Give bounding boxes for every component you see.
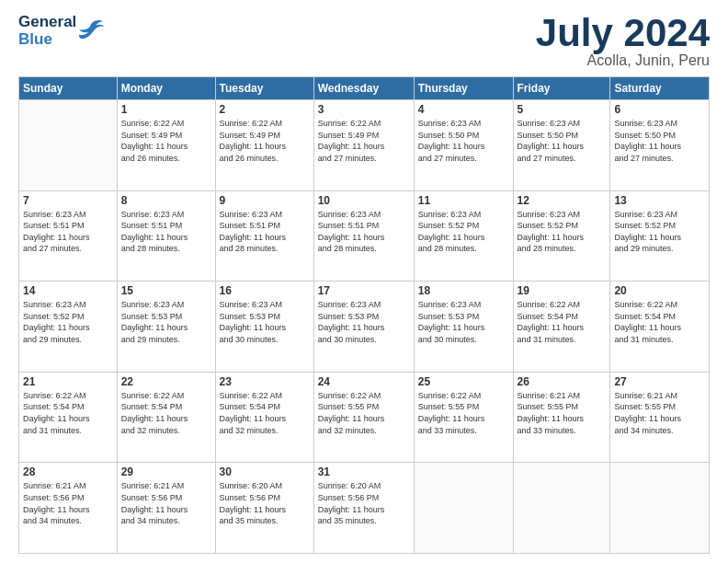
day-number: 5: [518, 103, 607, 116]
calendar-table: Sunday Monday Tuesday Wednesday Thursday…: [18, 76, 710, 554]
logo-general: General: [18, 14, 76, 31]
calendar-week-row: 1Sunrise: 6:22 AM Sunset: 5:49 PM Daylig…: [19, 100, 710, 191]
day-info: Sunrise: 6:23 AM Sunset: 5:51 PM Dayligh…: [318, 209, 410, 255]
day-number: 16: [220, 284, 310, 297]
table-row: 2Sunrise: 6:22 AM Sunset: 5:49 PM Daylig…: [215, 100, 313, 191]
table-row: 8Sunrise: 6:23 AM Sunset: 5:51 PM Daylig…: [117, 190, 215, 282]
table-row: [513, 463, 610, 554]
title-location: Acolla, Junin, Peru: [536, 52, 710, 69]
day-info: Sunrise: 6:22 AM Sunset: 5:54 PM Dayligh…: [220, 390, 310, 436]
table-row: 4Sunrise: 6:23 AM Sunset: 5:50 PM Daylig…: [414, 100, 513, 191]
day-number: 28: [23, 465, 113, 478]
table-row: 13Sunrise: 6:23 AM Sunset: 5:52 PM Dayli…: [610, 190, 710, 282]
day-number: 12: [518, 194, 607, 207]
day-number: 17: [318, 284, 410, 297]
day-number: 15: [121, 284, 211, 297]
day-number: 31: [318, 465, 410, 478]
table-row: 6Sunrise: 6:23 AM Sunset: 5:50 PM Daylig…: [610, 100, 710, 191]
day-number: 6: [614, 103, 705, 116]
day-number: 14: [23, 284, 113, 297]
table-row: 15Sunrise: 6:23 AM Sunset: 5:53 PM Dayli…: [117, 282, 215, 373]
day-number: 19: [518, 284, 607, 297]
col-friday: Friday: [513, 77, 610, 100]
title-month-year: July 2024: [536, 14, 710, 52]
day-number: 29: [121, 465, 211, 478]
day-info: Sunrise: 6:23 AM Sunset: 5:52 PM Dayligh…: [23, 299, 113, 345]
day-number: 9: [220, 194, 310, 207]
day-info: Sunrise: 6:23 AM Sunset: 5:51 PM Dayligh…: [220, 209, 310, 255]
day-info: Sunrise: 6:23 AM Sunset: 5:53 PM Dayligh…: [220, 299, 310, 345]
day-info: Sunrise: 6:23 AM Sunset: 5:52 PM Dayligh…: [418, 209, 509, 255]
day-info: Sunrise: 6:23 AM Sunset: 5:52 PM Dayligh…: [518, 209, 607, 255]
table-row: 14Sunrise: 6:23 AM Sunset: 5:52 PM Dayli…: [19, 282, 118, 373]
table-row: 17Sunrise: 6:23 AM Sunset: 5:53 PM Dayli…: [313, 282, 414, 373]
day-number: 20: [614, 284, 705, 297]
day-info: Sunrise: 6:22 AM Sunset: 5:49 PM Dayligh…: [121, 118, 211, 164]
day-info: Sunrise: 6:23 AM Sunset: 5:51 PM Dayligh…: [23, 209, 113, 255]
calendar-week-row: 14Sunrise: 6:23 AM Sunset: 5:52 PM Dayli…: [19, 282, 710, 373]
day-number: 4: [418, 103, 509, 116]
col-saturday: Saturday: [610, 77, 710, 100]
table-row: 30Sunrise: 6:20 AM Sunset: 5:56 PM Dayli…: [215, 463, 313, 554]
calendar-week-row: 21Sunrise: 6:22 AM Sunset: 5:54 PM Dayli…: [19, 372, 710, 463]
day-number: 30: [220, 465, 310, 478]
table-row: 21Sunrise: 6:22 AM Sunset: 5:54 PM Dayli…: [19, 372, 118, 463]
day-info: Sunrise: 6:23 AM Sunset: 5:53 PM Dayligh…: [318, 299, 410, 345]
day-number: 24: [318, 375, 410, 388]
day-number: 1: [121, 103, 211, 116]
day-info: Sunrise: 6:23 AM Sunset: 5:50 PM Dayligh…: [614, 118, 705, 164]
calendar-header-row: Sunday Monday Tuesday Wednesday Thursday…: [19, 77, 710, 100]
table-row: 25Sunrise: 6:22 AM Sunset: 5:55 PM Dayli…: [414, 372, 513, 463]
table-row: 23Sunrise: 6:22 AM Sunset: 5:54 PM Dayli…: [215, 372, 313, 463]
day-info: Sunrise: 6:23 AM Sunset: 5:53 PM Dayligh…: [121, 299, 211, 345]
col-sunday: Sunday: [19, 77, 118, 100]
logo-bird-icon: [78, 17, 104, 43]
table-row: 7Sunrise: 6:23 AM Sunset: 5:51 PM Daylig…: [19, 190, 118, 282]
table-row: 26Sunrise: 6:21 AM Sunset: 5:55 PM Dayli…: [513, 372, 610, 463]
table-row: 28Sunrise: 6:21 AM Sunset: 5:56 PM Dayli…: [19, 463, 118, 554]
table-row: 10Sunrise: 6:23 AM Sunset: 5:51 PM Dayli…: [313, 190, 414, 282]
col-wednesday: Wednesday: [313, 77, 414, 100]
table-row: 24Sunrise: 6:22 AM Sunset: 5:55 PM Dayli…: [313, 372, 414, 463]
col-tuesday: Tuesday: [215, 77, 313, 100]
table-row: [19, 100, 118, 191]
day-info: Sunrise: 6:20 AM Sunset: 5:56 PM Dayligh…: [318, 480, 410, 526]
table-row: 5Sunrise: 6:23 AM Sunset: 5:50 PM Daylig…: [513, 100, 610, 191]
table-row: 3Sunrise: 6:22 AM Sunset: 5:49 PM Daylig…: [313, 100, 414, 191]
table-row: 19Sunrise: 6:22 AM Sunset: 5:54 PM Dayli…: [513, 282, 610, 373]
day-number: 3: [318, 103, 410, 116]
day-info: Sunrise: 6:22 AM Sunset: 5:54 PM Dayligh…: [614, 299, 705, 345]
day-info: Sunrise: 6:20 AM Sunset: 5:56 PM Dayligh…: [220, 480, 310, 526]
table-row: 11Sunrise: 6:23 AM Sunset: 5:52 PM Dayli…: [414, 190, 513, 282]
day-number: 18: [418, 284, 509, 297]
calendar-week-row: 7Sunrise: 6:23 AM Sunset: 5:51 PM Daylig…: [19, 190, 710, 282]
day-number: 8: [121, 194, 211, 207]
day-info: Sunrise: 6:23 AM Sunset: 5:51 PM Dayligh…: [121, 209, 211, 255]
day-number: 25: [418, 375, 509, 388]
day-number: 11: [418, 194, 509, 207]
table-row: 12Sunrise: 6:23 AM Sunset: 5:52 PM Dayli…: [513, 190, 610, 282]
day-info: Sunrise: 6:22 AM Sunset: 5:49 PM Dayligh…: [220, 118, 310, 164]
day-number: 10: [318, 194, 410, 207]
day-info: Sunrise: 6:22 AM Sunset: 5:54 PM Dayligh…: [121, 390, 211, 436]
table-row: 16Sunrise: 6:23 AM Sunset: 5:53 PM Dayli…: [215, 282, 313, 373]
day-info: Sunrise: 6:23 AM Sunset: 5:53 PM Dayligh…: [418, 299, 509, 345]
day-number: 21: [23, 375, 113, 388]
logo-blue: Blue: [18, 31, 76, 49]
day-number: 2: [220, 103, 310, 116]
table-row: 31Sunrise: 6:20 AM Sunset: 5:56 PM Dayli…: [313, 463, 414, 554]
table-row: 22Sunrise: 6:22 AM Sunset: 5:54 PM Dayli…: [117, 372, 215, 463]
day-number: 26: [518, 375, 607, 388]
day-info: Sunrise: 6:22 AM Sunset: 5:55 PM Dayligh…: [318, 390, 410, 436]
day-info: Sunrise: 6:22 AM Sunset: 5:49 PM Dayligh…: [318, 118, 410, 164]
col-thursday: Thursday: [414, 77, 513, 100]
header: General Blue July 2024 Acolla, Junin, Pe…: [18, 14, 710, 69]
day-number: 22: [121, 375, 211, 388]
table-row: 27Sunrise: 6:21 AM Sunset: 5:55 PM Dayli…: [610, 372, 710, 463]
table-row: 1Sunrise: 6:22 AM Sunset: 5:49 PM Daylig…: [117, 100, 215, 191]
title-block: July 2024 Acolla, Junin, Peru: [536, 14, 710, 69]
day-info: Sunrise: 6:23 AM Sunset: 5:52 PM Dayligh…: [614, 209, 705, 255]
day-info: Sunrise: 6:22 AM Sunset: 5:54 PM Dayligh…: [23, 390, 113, 436]
page: General Blue July 2024 Acolla, Junin, Pe…: [0, 0, 728, 563]
day-info: Sunrise: 6:21 AM Sunset: 5:55 PM Dayligh…: [614, 390, 705, 436]
